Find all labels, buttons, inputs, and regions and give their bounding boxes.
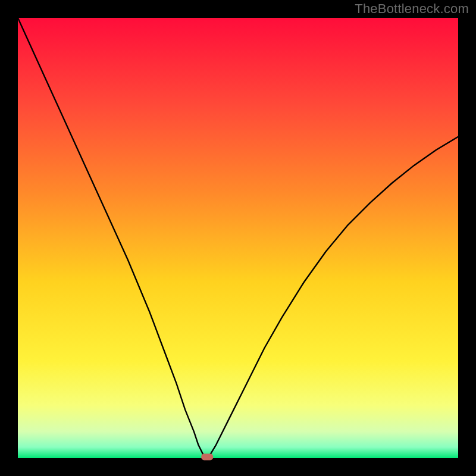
optimal-marker: [201, 454, 213, 461]
bottleneck-chart: [0, 0, 476, 476]
plot-background: [18, 18, 458, 458]
watermark-text: TheBottleneck.com: [355, 1, 469, 17]
chart-container: TheBottleneck.com: [0, 0, 476, 476]
